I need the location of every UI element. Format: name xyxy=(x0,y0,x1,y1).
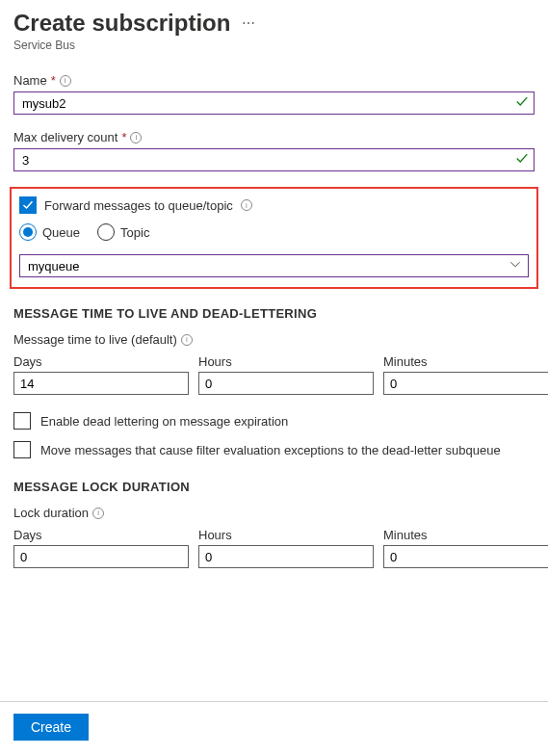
name-input[interactable] xyxy=(13,91,535,115)
ttl-hours-label: Hours xyxy=(198,354,374,369)
radio-topic[interactable]: Topic xyxy=(97,223,149,241)
dead-letter-label: Enable dead lettering on message expirat… xyxy=(40,414,288,429)
info-icon[interactable]: i xyxy=(92,508,104,519)
more-icon[interactable]: ⋯ xyxy=(242,15,257,31)
info-icon[interactable]: i xyxy=(130,132,142,143)
forward-checkbox[interactable] xyxy=(19,196,37,214)
page-title: Create subscription xyxy=(13,10,230,37)
lock-days-label: Days xyxy=(13,528,189,542)
max-delivery-label: Max delivery count * i xyxy=(13,130,535,144)
name-label: Name * i xyxy=(13,73,535,88)
lock-section-header: MESSAGE LOCK DURATION xyxy=(13,480,535,494)
ttl-minutes-label: Minutes xyxy=(383,354,548,369)
filter-exception-checkbox[interactable] xyxy=(13,441,31,458)
dead-letter-checkbox[interactable] xyxy=(13,412,31,430)
create-button[interactable]: Create xyxy=(13,714,89,741)
lock-minutes-label: Minutes xyxy=(383,528,548,542)
lock-subtitle: Lock duration i xyxy=(13,506,535,520)
radio-queue[interactable]: Queue xyxy=(19,223,80,241)
info-icon[interactable]: i xyxy=(241,199,252,211)
lock-hours-input[interactable] xyxy=(198,545,374,568)
info-icon[interactable]: i xyxy=(60,75,71,87)
lock-hours-label: Hours xyxy=(198,528,374,542)
ttl-days-label: Days xyxy=(13,354,189,369)
ttl-days-input[interactable] xyxy=(13,372,189,395)
ttl-subtitle: Message time to live (default) i xyxy=(13,332,535,347)
forward-target-select[interactable] xyxy=(19,254,529,277)
ttl-minutes-input[interactable] xyxy=(383,372,548,395)
ttl-section-header: MESSAGE TIME TO LIVE AND DEAD-LETTERING xyxy=(13,306,535,321)
filter-exception-label: Move messages that cause filter evaluati… xyxy=(40,443,501,457)
max-delivery-input[interactable] xyxy=(13,148,535,171)
info-icon[interactable]: i xyxy=(181,334,193,346)
service-name: Service Bus xyxy=(13,39,535,52)
forward-checkbox-label: Forward messages to queue/topic xyxy=(44,198,233,213)
ttl-hours-input[interactable] xyxy=(198,372,374,395)
forward-section: Forward messages to queue/topic i Queue … xyxy=(10,187,538,289)
lock-minutes-input[interactable] xyxy=(383,545,548,568)
lock-days-input[interactable] xyxy=(13,545,189,568)
